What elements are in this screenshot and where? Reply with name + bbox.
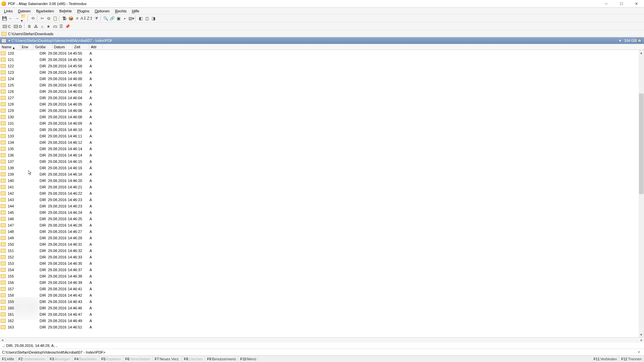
header-size[interactable]: Größe (34, 44, 52, 50)
menu-befehle[interactable]: Befehle (57, 8, 74, 14)
refresh-icon[interactable]: ⟲ (30, 15, 36, 21)
pin-icon[interactable]: 📌 (65, 23, 71, 29)
table-row[interactable]: 142DIR29.08.201614:46:22A (0, 190, 639, 196)
panel-left-icon[interactable]: ◧ (138, 15, 144, 21)
scroll-down-icon[interactable]: ▾ (639, 332, 644, 337)
header-time[interactable]: Zeit (72, 44, 89, 50)
header-ext[interactable]: Erw (20, 44, 34, 50)
menu-hilfe[interactable]: Hilfe (129, 8, 142, 14)
back-icon[interactable]: ← (8, 15, 14, 21)
vertical-scrollbar[interactable]: ▴ ▾ (639, 50, 644, 337)
table-row[interactable]: 158DIR29.08.201614:46:42A (0, 292, 639, 298)
drive-c-button[interactable]: C (1, 23, 12, 29)
terminal-icon[interactable]: ▣ (115, 15, 121, 21)
table-row[interactable]: 146DIR29.08.201614:46:25A (0, 216, 639, 222)
table-row[interactable]: 144DIR29.08.201614:46:23A (0, 203, 639, 209)
drive-change-icon[interactable]: 💾 (1, 15, 7, 21)
table-row[interactable]: 154DIR29.08.201614:46:37A (0, 266, 639, 273)
table-row[interactable]: 159DIR29.08.201614:46:43A (0, 298, 639, 305)
table-row[interactable]: 161DIR29.08.201614:46:47A (0, 311, 639, 317)
cut-icon[interactable]: ✂ (39, 15, 45, 21)
table-row[interactable]: 160DIR29.08.201614:46:46A (0, 305, 639, 311)
view-layout-icon[interactable]: ▤▾ (128, 15, 134, 21)
active-panel-path[interactable]: ▾ C:\Users\Stefan\Desktop\Videoschnitt\A… (0, 37, 644, 44)
fkey-f6[interactable]: F6Verschieben (123, 356, 153, 362)
fkey-f5[interactable]: F5Kopieren (99, 356, 123, 362)
table-row[interactable]: 140DIR29.08.201614:46:20A (0, 177, 639, 184)
table-row[interactable]: 143DIR29.08.201614:46:23A (0, 196, 639, 203)
fkey-f8[interactable]: F8Löschen (182, 356, 205, 362)
forward-icon[interactable]: → (14, 15, 20, 21)
table-row[interactable]: 156DIR29.08.201614:46:39A (0, 279, 639, 286)
minimize-button[interactable]: ─ (599, 0, 614, 8)
table-row[interactable]: 122DIR29.08.201614:45:58A (0, 63, 639, 69)
table-row[interactable]: 151DIR29.08.201614:46:32A (0, 247, 639, 254)
drive-d-button[interactable]: D (12, 23, 23, 29)
table-row[interactable]: 120DIR29.08.201614:45:55A (0, 50, 639, 56)
menu-links[interactable]: LLinksinks (1, 8, 15, 14)
close-button[interactable]: ✕ (629, 0, 644, 8)
menu-optionen[interactable]: Optionen (92, 8, 112, 14)
documents-icon[interactable]: 🗎 (26, 23, 33, 29)
scroll-thumb[interactable] (639, 94, 644, 194)
header-attr[interactable]: Attr (89, 44, 103, 50)
table-row[interactable]: 133DIR29.08.201614:46:11A (0, 133, 639, 139)
table-row[interactable]: 127DIR29.08.201614:46:04A (0, 95, 639, 101)
path-history-dropdown-icon[interactable]: ▾ (619, 39, 622, 43)
menu-bearbeiten[interactable]: Bearbeiten (34, 8, 57, 14)
table-row[interactable]: 131DIR29.08.201614:46:09A (0, 120, 639, 126)
properties-icon[interactable]: ≡ (74, 15, 80, 21)
table-row[interactable]: 130DIR29.08.201614:46:08A (0, 114, 639, 120)
other-panel-path[interactable]: C:\Users\Stefan\Downloads (0, 31, 644, 37)
copy-icon[interactable]: ⧉ (46, 15, 52, 21)
scroll-up-icon[interactable]: ▴ (639, 50, 644, 55)
menu-plugins[interactable]: Plugins (74, 8, 92, 14)
table-row[interactable]: 148DIR29.08.201614:46:27A (0, 228, 639, 235)
link-icon[interactable]: 🔗 (109, 15, 115, 21)
table-row[interactable]: 137DIR29.08.201614:46:15A (0, 158, 639, 165)
path-dropdown-icon[interactable]: ▾ (8, 39, 10, 43)
favorites-icon[interactable]: ★ (46, 23, 52, 29)
fkey-f11[interactable]: F11Verbinden (592, 356, 620, 362)
table-row[interactable]: 132DIR29.08.201614:46:10A (0, 126, 639, 133)
table-row[interactable]: 155DIR29.08.201614:46:38A (0, 273, 639, 279)
hotpath-icon[interactable]: ⌂ (39, 23, 45, 29)
find-icon[interactable]: 🔍 (103, 15, 109, 21)
parent-icon[interactable]: 📁▾ (20, 15, 26, 21)
table-row[interactable]: 125DIR29.08.201614:46:02A (0, 82, 639, 88)
table-row[interactable]: 147DIR29.08.201614:46:26A (0, 222, 639, 228)
table-row[interactable]: 153DIR29.08.201614:46:35A (0, 260, 639, 266)
table-row[interactable]: 145DIR29.08.201614:46:24A (0, 209, 639, 216)
table-row[interactable]: 141DIR29.08.201614:46:21A (0, 184, 639, 190)
network-icon[interactable]: 🖧 (33, 23, 39, 29)
maximize-button[interactable]: ☐ (614, 0, 629, 8)
fkey-f10[interactable]: F10Menü (238, 356, 259, 362)
table-row[interactable]: 150DIR29.08.201614:46:31A (0, 241, 639, 247)
menu-dateien[interactable]: Dateien (15, 8, 34, 14)
panel-right-icon[interactable]: ◨ (150, 15, 156, 21)
history-icon[interactable]: 🗃 (52, 23, 58, 29)
menu-rechts[interactable]: Rechts (112, 8, 129, 14)
filter-icon[interactable]: ⧩ (93, 15, 99, 21)
command-history-dropdown-icon[interactable]: ▾ (636, 350, 642, 354)
table-row[interactable]: 124DIR29.08.201614:46:00A (0, 75, 639, 82)
scroll-right-icon[interactable]: ▸ (641, 338, 643, 342)
table-row[interactable]: 163DIR29.08.201614:46:51A (0, 324, 639, 330)
paste-icon[interactable]: 📋 (52, 15, 58, 21)
header-name[interactable]: Name▴ (0, 44, 20, 50)
table-row[interactable]: 162DIR29.08.201614:46:49A (0, 317, 639, 324)
table-row[interactable]: 139DIR29.08.201614:46:18A (0, 171, 639, 177)
fkey-f12[interactable]: F12Trennen (619, 356, 644, 362)
console-icon[interactable]: ▪ (122, 15, 128, 21)
table-row[interactable]: 136DIR29.08.201614:46:14A (0, 152, 639, 158)
fkey-f3[interactable]: F3Anzeigen (48, 356, 72, 362)
table-row[interactable]: 123DIR29.08.201614:45:59A (0, 69, 639, 75)
sort-asc-icon[interactable]: A↧ (80, 15, 87, 21)
table-row[interactable]: 135DIR29.08.201614:46:14A (0, 145, 639, 152)
table-row[interactable]: 138DIR29.08.201614:46:16A (0, 165, 639, 171)
table-row[interactable]: 126DIR29.08.201614:46:03A (0, 88, 639, 95)
table-row[interactable]: 129DIR29.08.201614:46:06A (0, 107, 639, 114)
table-row[interactable]: 149DIR29.08.201614:46:28A (0, 235, 639, 241)
fkey-f9[interactable]: F9Benutzermenü (205, 356, 238, 362)
table-row[interactable]: 128DIR29.08.201614:46:05A (0, 101, 639, 107)
